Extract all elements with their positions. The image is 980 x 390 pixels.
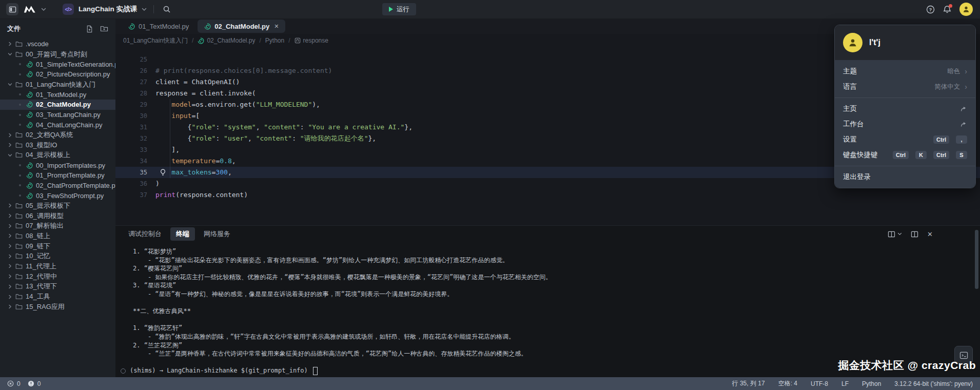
close-panel-icon[interactable]: ✕ (927, 230, 933, 238)
workspace-chevron-down-icon[interactable] (142, 8, 147, 11)
breadcrumb-item[interactable]: 01_LangChain快速入门 (123, 36, 188, 45)
terminal-line: 1. “花影梦坊” (133, 247, 959, 256)
tab-close-icon[interactable]: ✕ (274, 23, 279, 30)
notifications-bell-icon[interactable] (943, 5, 951, 14)
menu-item[interactable]: 主题暗色› (835, 64, 975, 79)
tree-item[interactable]: 03_FewShotPrompt.py (0, 190, 115, 201)
terminal-line: - “星语”有一种梦幻、神秘的感觉，像是星星在诉说着美好的故事，而“花境”则表示… (133, 290, 959, 299)
tree-item[interactable]: 00_ImportTemplates.py (0, 160, 115, 170)
python-interpreter[interactable]: 3.12.2 64-bit ('shims': pyenv) (894, 380, 973, 387)
code-line[interactable]: 37print(response.content) (115, 189, 980, 201)
breadcrumb-label: 01_LangChain快速入门 (123, 36, 188, 45)
tree-item[interactable]: 02_文档QA系统 (0, 130, 115, 140)
tree-item-label: 02_ChatPromptTemplate.py (36, 182, 115, 189)
warnings-count[interactable]: 0 (37, 380, 41, 387)
tree-item[interactable]: 14_工具 (0, 291, 115, 302)
tree-item[interactable]: 04_提示模板上 (0, 150, 115, 161)
tree-item[interactable]: 03_模型IO (0, 140, 115, 150)
chevron-right-icon (8, 233, 12, 238)
breadcrumb-separator: / (288, 37, 290, 44)
menu-item[interactable]: 退出登录 (835, 169, 975, 185)
tree-item[interactable]: .vscode (0, 39, 115, 49)
tree-item[interactable]: 12_代理中 (0, 271, 115, 282)
errors-icon[interactable] (7, 380, 14, 387)
menu-item-value: 暗色 (947, 67, 960, 76)
terminal-line: - 如果你的花店主打一些比较精致、优雅的花卉，“樱落”本身就很唯美，樱花飘落是一… (133, 273, 959, 282)
line-number: 37 (115, 189, 147, 201)
tree-item[interactable]: 01_TextModel.py (0, 89, 115, 100)
run-button[interactable]: 运行 (382, 3, 416, 15)
tree-item[interactable]: 09_链下 (0, 241, 115, 251)
tree-item[interactable]: 08_链上 (0, 231, 115, 241)
new-file-icon[interactable] (86, 25, 93, 33)
user-avatar[interactable] (959, 3, 973, 16)
marscode-logo[interactable] (23, 5, 36, 14)
panel-tab[interactable]: 终端 (170, 227, 195, 241)
menu-divider (835, 166, 975, 166)
menu-item-label: 工作台 (843, 120, 864, 129)
terminal-output[interactable]: 1. “花影梦坊” - “花影”描绘出花朵在光影下的美丽姿态，富有诗意和画面感。… (115, 242, 980, 375)
line-number: 35 (115, 167, 147, 178)
menu-item[interactable]: 键盘快捷键CtrlKCtrlS (835, 147, 975, 163)
tree-item-label: 01_LangChain快速入门 (26, 80, 96, 89)
menu-item[interactable]: 工作台 (835, 116, 975, 132)
terminal-line: 1. “雅韵花艺轩” (133, 324, 959, 333)
menu-item[interactable]: 主页 (835, 101, 975, 116)
workspace-name[interactable]: LangChain 实战课 (79, 5, 137, 14)
editor-tab[interactable]: 02_ChatModel.py✕ (198, 20, 285, 33)
chevron-right-icon: › (965, 68, 967, 75)
file-status-dot (19, 104, 21, 106)
kbd-key: Ctrl (893, 151, 909, 159)
terminal-scrollbar[interactable] (975, 230, 978, 289)
tree-item[interactable]: 11_代理上 (0, 261, 115, 271)
encoding[interactable]: UTF-8 (811, 380, 828, 387)
logo-chevron-down-icon[interactable] (41, 8, 46, 11)
errors-count[interactable]: 0 (17, 380, 21, 387)
tree-item[interactable]: 01_PromptTemplate.py (0, 170, 115, 181)
file-status-dot (19, 124, 21, 126)
menu-item[interactable]: 语言简体中文› (835, 79, 975, 94)
tree-item[interactable]: 06_调用模型 (0, 211, 115, 221)
tree-item[interactable]: 00_开篇词_奇点时刻 (0, 49, 115, 60)
split-terminal-dropdown-icon[interactable] (888, 231, 902, 238)
sidebar-toggle-button[interactable] (6, 3, 18, 15)
split-panel-icon[interactable] (911, 231, 918, 238)
indentation[interactable]: 空格: 4 (778, 379, 797, 388)
python-file-icon (26, 182, 33, 189)
panel-tab[interactable]: 网络服务 (198, 227, 236, 241)
breadcrumb-item[interactable]: 02_ChatModel.py (198, 37, 255, 44)
panel-tab[interactable]: 调试控制台 (123, 227, 167, 241)
breadcrumb-item[interactable]: Python (265, 37, 284, 44)
search-icon[interactable] (163, 5, 171, 13)
tree-item[interactable]: 03_TextLangChain.py (0, 110, 115, 120)
watermark: 掘金技术社区 @ crazyCrab (838, 358, 976, 373)
chevron-right-icon (8, 42, 12, 46)
tree-item[interactable]: 07_解析输出 (0, 221, 115, 231)
tree-item[interactable]: 15_RAG应用 (0, 302, 115, 312)
kbd-key: , (956, 135, 967, 144)
tree-item[interactable]: 04_ChatLongChain.py (0, 120, 115, 130)
tree-item[interactable]: 02_ChatPromptTemplate.py (0, 181, 115, 191)
terminal-prompt[interactable]: (shims) → LangChain-shizhanke $(git_prom… (121, 366, 959, 375)
editor-tab[interactable]: 01_TextModel.py (122, 20, 195, 33)
eol[interactable]: LF (841, 380, 849, 387)
tree-item[interactable]: 10_记忆 (0, 251, 115, 261)
lightbulb-icon (160, 169, 166, 176)
cursor-position[interactable]: 行 35, 列 17 (732, 379, 765, 388)
python-file-icon (26, 122, 33, 128)
tree-item[interactable]: 13_代理下 (0, 282, 115, 292)
menu-item[interactable]: 设置Ctrl, (835, 132, 975, 147)
language-mode[interactable]: Python (862, 380, 881, 387)
breadcrumb-label: response (303, 37, 328, 44)
tree-item[interactable]: 02_ChatModel.py (0, 100, 115, 110)
new-folder-icon[interactable] (100, 25, 108, 33)
warnings-icon[interactable] (28, 380, 34, 387)
tree-item[interactable]: 01_SimpleTextGeneration.py (0, 59, 115, 69)
status-right-items: 行 35, 列 17空格: 4UTF-8LFPython3.12.2 64-bi… (732, 379, 973, 388)
breadcrumb-item[interactable]: response (295, 37, 328, 44)
tree-item[interactable]: 02_PictureDescription.py (0, 69, 115, 80)
tree-item[interactable]: 01_LangChain快速入门 (0, 80, 115, 90)
tree-item[interactable]: 05_提示模板下 (0, 201, 115, 211)
file-status-dot (19, 184, 21, 186)
help-icon[interactable]: ? (926, 5, 935, 14)
